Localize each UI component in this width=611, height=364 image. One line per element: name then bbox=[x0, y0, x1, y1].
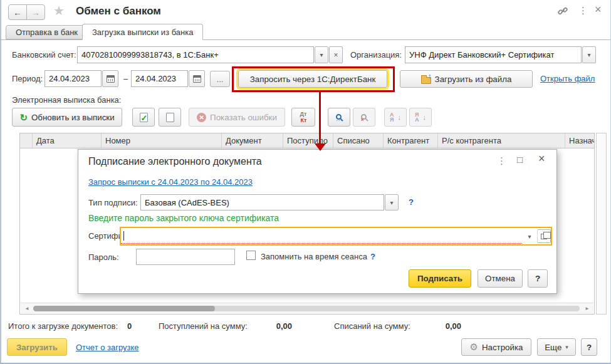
chevron-down-icon: ▾ bbox=[565, 344, 568, 350]
dialog-menu-icon[interactable]: ⋮ bbox=[497, 155, 506, 167]
organization-label: Организация: bbox=[350, 50, 402, 60]
nav-forward-button[interactable]: → bbox=[26, 4, 45, 20]
help-button[interactable]: ? bbox=[581, 338, 597, 356]
period-more-button[interactable]: ... bbox=[210, 71, 230, 87]
scroll-right-icon[interactable]: ► bbox=[585, 306, 590, 311]
totals-out-value: 0,00 bbox=[424, 321, 461, 331]
period-to-input[interactable] bbox=[131, 70, 188, 87]
bank-account-dropdown-icon[interactable]: ▾ bbox=[315, 46, 328, 63]
refresh-label: Обновить из выписки bbox=[31, 113, 115, 122]
certificate-input[interactable] bbox=[121, 229, 522, 244]
sort-asc-icon: А Я bbox=[390, 112, 394, 122]
more-label: Еще bbox=[545, 343, 561, 352]
column-header-purpose[interactable]: Назначение bbox=[565, 133, 594, 148]
get-link-icon[interactable] bbox=[557, 6, 568, 19]
organization-combo: ▾ bbox=[405, 46, 596, 63]
period-label: Период: bbox=[12, 74, 43, 83]
request-directbank-button[interactable]: Запросить через 1С:ДиректБанк bbox=[238, 70, 387, 88]
column-header-received[interactable]: Поступило bbox=[283, 133, 333, 148]
period-to-group bbox=[131, 70, 205, 87]
back-icon: ← bbox=[13, 8, 22, 18]
sort-desc-icon: Я А bbox=[415, 112, 419, 122]
tab-send-to-bank[interactable]: Отправка в банк bbox=[6, 25, 88, 39]
bank-account-input[interactable] bbox=[77, 46, 314, 63]
scroll-left-icon[interactable]: ◄ bbox=[24, 306, 29, 311]
signature-type-dropdown-icon[interactable]: ▾ bbox=[385, 194, 399, 211]
window-menu-icon[interactable]: ⋮ bbox=[578, 5, 588, 16]
column-header-number[interactable]: Номер bbox=[102, 133, 222, 148]
vertical-scrollbar[interactable] bbox=[596, 133, 607, 315]
horizontal-scrollbar[interactable]: ◄ ► bbox=[21, 303, 593, 313]
column-header-written-off[interactable]: Списано bbox=[333, 133, 384, 148]
deselect-all-button[interactable] bbox=[159, 108, 181, 127]
table-header-row: Дата Номер Документ Поступило Списано Ко… bbox=[20, 133, 594, 148]
signing-dialog: Подписание электронного документа ⋮ □ × … bbox=[78, 149, 557, 294]
column-header-date[interactable]: Дата bbox=[33, 133, 102, 148]
signature-type-combo: ▾ bbox=[140, 194, 399, 211]
dialog-help-button[interactable]: ? bbox=[528, 269, 548, 288]
select-all-check-icon: ✓ bbox=[140, 113, 148, 122]
period-from-input[interactable] bbox=[44, 70, 102, 87]
certificate-field-group: ▾ bbox=[120, 227, 552, 246]
totals-in-label: Поступлений на сумму: bbox=[159, 321, 248, 331]
totals-in-value: 0,00 bbox=[254, 321, 292, 331]
search-button[interactable]: ... bbox=[328, 108, 350, 127]
open-file-link[interactable]: Открыть файл bbox=[540, 74, 595, 83]
window-close-icon[interactable]: × bbox=[595, 3, 602, 16]
statement-request-link[interactable]: Запрос выписки с 24.04.2023 по 24.04.202… bbox=[88, 177, 253, 187]
more-button[interactable]: Еще ▾ bbox=[537, 338, 576, 356]
select-all-button[interactable]: ✓ bbox=[132, 108, 155, 127]
sign-button[interactable]: Подписать bbox=[409, 269, 471, 288]
favorite-star-icon[interactable]: ★ bbox=[53, 3, 65, 18]
tab-label: Загрузка выписки из банка bbox=[92, 28, 193, 37]
tab-load-statement[interactable]: Загрузка выписки из банка bbox=[82, 24, 203, 40]
scrollbar-thumb[interactable] bbox=[33, 306, 215, 311]
dialog-close-icon[interactable]: × bbox=[538, 152, 545, 165]
organization-input[interactable] bbox=[405, 46, 582, 63]
load-report-link[interactable]: Отчет о загрузке bbox=[76, 343, 139, 352]
organization-dropdown-icon[interactable]: ▾ bbox=[582, 46, 596, 63]
folder-upload-icon: ↑ bbox=[421, 77, 431, 84]
page-title: Обмен с банком bbox=[76, 5, 161, 18]
forward-icon: → bbox=[31, 8, 40, 18]
settings-label: Настройка bbox=[482, 343, 523, 352]
dialog-maximize-icon[interactable]: □ bbox=[517, 154, 523, 165]
refresh-icon: ↻ bbox=[19, 113, 28, 122]
column-header-counterparty[interactable]: Контрагент bbox=[384, 133, 438, 148]
load-button[interactable]: Загрузить bbox=[7, 338, 67, 356]
certificate-dropdown-icon[interactable]: ▾ bbox=[523, 229, 536, 243]
settings-button[interactable]: ⚙ Настройка bbox=[461, 338, 531, 356]
nav-back-button[interactable]: ← bbox=[8, 4, 27, 20]
sort-asc-button[interactable]: А Я ↓ bbox=[384, 108, 407, 127]
remember-checkbox[interactable] bbox=[246, 251, 256, 260]
column-header-counterparty-account[interactable]: Р/с контрагента bbox=[438, 133, 565, 148]
annotation-arrow-line bbox=[319, 92, 321, 144]
bank-account-combo: ▾ × bbox=[77, 46, 343, 63]
refresh-from-statement-button[interactable]: ↻ Обновить из выписки bbox=[12, 108, 122, 127]
debit-credit-button[interactable]: Дт Кт bbox=[291, 108, 315, 127]
column-header-select[interactable] bbox=[20, 133, 33, 148]
signature-type-input[interactable] bbox=[140, 194, 384, 211]
totals-docs-label: Итого к загрузке документов: bbox=[8, 321, 118, 331]
password-input[interactable] bbox=[136, 249, 235, 265]
remember-help[interactable]: ? bbox=[370, 252, 375, 261]
cancel-button[interactable]: Отмена bbox=[478, 269, 523, 288]
sort-desc-button[interactable]: Я А ↓ bbox=[409, 108, 432, 127]
totals-out-label: Списаний на сумму: bbox=[334, 321, 410, 331]
signature-type-help[interactable]: ? bbox=[409, 197, 414, 207]
calendar-icon[interactable] bbox=[189, 70, 205, 87]
certificate-open-icon[interactable] bbox=[537, 229, 551, 243]
annotation-arrow-head bbox=[315, 143, 326, 151]
period-from-group bbox=[44, 70, 118, 87]
nav-history-group: ← → bbox=[8, 4, 45, 20]
calendar-icon[interactable] bbox=[102, 70, 118, 87]
cancel-search-button[interactable]: × bbox=[353, 108, 375, 127]
show-errors-button[interactable]: ✕ Показать ошибки bbox=[189, 108, 285, 127]
password-prompt-text: Введите пароль закрытого ключа сертифика… bbox=[88, 213, 279, 223]
bank-account-clear-icon[interactable]: × bbox=[329, 46, 343, 63]
statement-label: Электронная выписка банка: bbox=[12, 95, 121, 105]
dt-icon: Дт bbox=[300, 111, 307, 117]
load-from-file-button[interactable]: ↑ Загрузить из файла bbox=[400, 70, 533, 88]
cancel-search-icon: × bbox=[361, 114, 367, 120]
column-header-document[interactable]: Документ bbox=[222, 133, 283, 148]
